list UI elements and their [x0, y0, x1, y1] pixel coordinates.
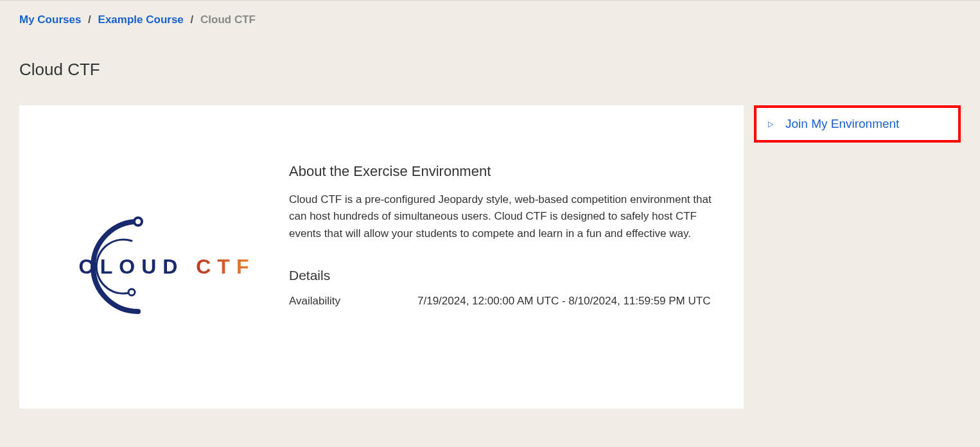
logo-word-ctf: CTF [196, 255, 255, 278]
breadcrumb-separator: / [84, 13, 95, 26]
breadcrumb-separator: / [187, 13, 198, 26]
join-environment-label: Join My Environment [785, 117, 899, 131]
page-title: Cloud CTF [19, 60, 961, 80]
about-description: Cloud CTF is a pre-configured Jeopardy s… [289, 191, 712, 242]
availability-label: Availability [289, 295, 417, 308]
details-row-availability: Availability 7/19/2024, 12:00:00 AM UTC … [289, 295, 712, 308]
details-heading: Details [289, 268, 712, 283]
cloud-ctf-logo: CLOUD CTF [64, 215, 238, 318]
breadcrumb-link-my-courses[interactable]: My Courses [19, 13, 81, 26]
svg-point-0 [134, 218, 142, 225]
join-environment-button[interactable]: ▷ Join My Environment [754, 105, 961, 143]
course-card: CLOUD CTF About the Exercise Environment… [19, 105, 744, 408]
breadcrumb-current: Cloud CTF [200, 13, 256, 26]
breadcrumb-link-example-course[interactable]: Example Course [98, 13, 184, 26]
svg-point-1 [128, 289, 135, 295]
breadcrumb: My Courses / Example Course / Cloud CTF [19, 13, 961, 26]
play-icon: ▷ [768, 120, 773, 128]
availability-value: 7/19/2024, 12:00:00 AM UTC - 8/10/2024, … [417, 295, 710, 308]
about-heading: About the Exercise Environment [289, 163, 712, 180]
